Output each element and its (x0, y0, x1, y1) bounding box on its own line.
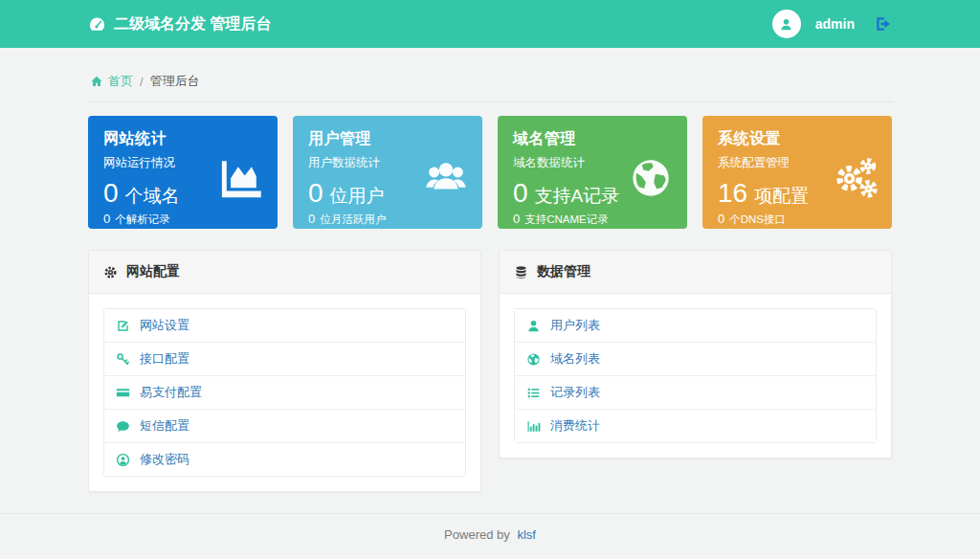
list-item-epay-config[interactable]: 易支付配置 (104, 375, 465, 409)
bar-chart-icon (526, 419, 541, 434)
panel-body: 用户列表域名列表记录列表消费统计 (500, 294, 891, 458)
breadcrumb: 首页 / 管理后台 (88, 48, 892, 102)
panel-heading: 数据管理 (500, 251, 891, 294)
data-management-panel: 数据管理用户列表域名列表记录列表消费统计 (499, 250, 892, 458)
username-label[interactable]: admin (815, 16, 855, 32)
stat-value-number: 0 (308, 180, 323, 207)
stat-card-footnote: 0个DNS接口 (718, 212, 877, 227)
navbar-right: admin (772, 10, 892, 38)
stat-foot-number: 0 (513, 212, 520, 226)
app-title: 二级域名分发 管理后台 (114, 14, 271, 34)
stat-value-number: 0 (103, 180, 119, 207)
comment-icon (116, 419, 130, 434)
link-list: 用户列表域名列表记录列表消费统计 (514, 308, 877, 443)
globe-icon (526, 352, 541, 367)
list-item-label: 用户列表 (550, 317, 600, 334)
list-item-site-settings[interactable]: 网站设置 (104, 309, 465, 342)
gear-icon (103, 265, 118, 280)
list-item-label: 短信配置 (140, 417, 189, 435)
site-config-panel: 网站配置网站设置接口配置易支付配置短信配置修改密码 (88, 250, 481, 492)
stat-foot-number: 0 (103, 212, 110, 226)
sign-out-icon[interactable] (875, 15, 892, 33)
panel-heading: 网站配置 (89, 251, 480, 294)
stat-value-number: 0 (513, 180, 528, 207)
stat-value-number: 16 (718, 180, 747, 207)
area-chart-icon (219, 156, 263, 200)
list-item-label: 接口配置 (140, 350, 189, 368)
edit-icon (116, 319, 130, 333)
list-item-change-password[interactable]: 修改密码 (104, 442, 465, 476)
stat-card-title: 系统设置 (718, 129, 877, 149)
globe-icon (629, 156, 673, 200)
key-icon (116, 352, 130, 367)
list-item-user-list[interactable]: 用户列表 (515, 309, 876, 342)
page-footer: Powered by klsf (0, 513, 980, 554)
breadcrumb-current: 管理后台 (150, 73, 200, 90)
list-item-label: 域名列表 (550, 350, 600, 368)
list-item-sms-config[interactable]: 短信配置 (104, 409, 465, 442)
list-item-label: 网站设置 (140, 317, 189, 334)
database-icon (514, 265, 528, 280)
home-icon (90, 75, 103, 88)
user-icon (779, 17, 793, 32)
stat-card-footnote: 0支持CNAME记录 (513, 212, 672, 227)
stat-foot-label: 个解析记录 (115, 212, 170, 227)
breadcrumb-separator: / (140, 75, 144, 89)
top-navbar: 二级域名分发 管理后台 admin (0, 0, 980, 48)
list-item-domain-list[interactable]: 域名列表 (515, 342, 876, 375)
user-icon (526, 319, 541, 333)
list-item-label: 记录列表 (550, 384, 600, 401)
site-stats-card[interactable]: 网站统计网站运行情况0个域名0个解析记录 (88, 116, 278, 229)
list-item-label: 修改密码 (140, 451, 189, 468)
list-icon (526, 386, 541, 400)
avatar[interactable] (772, 10, 801, 38)
breadcrumb-home-label: 首页 (108, 73, 133, 90)
stat-card-footnote: 0位月活跃用户 (308, 212, 467, 227)
stat-value-unit: 项配置 (754, 187, 809, 205)
stat-foot-label: 位月活跃用户 (320, 212, 386, 227)
stat-foot-label: 个DNS接口 (729, 212, 786, 227)
footer-credit-link[interactable]: klsf (517, 527, 536, 542)
link-list: 网站设置接口配置易支付配置短信配置修改密码 (103, 308, 466, 477)
brand-link[interactable]: 二级域名分发 管理后台 (88, 14, 271, 34)
stat-foot-number: 0 (308, 212, 315, 226)
list-item-record-list[interactable]: 记录列表 (515, 375, 876, 409)
list-item-api-config[interactable]: 接口配置 (104, 342, 465, 375)
panel-title: 数据管理 (537, 263, 590, 280)
user-circle-icon (116, 453, 130, 467)
panel-title: 网站配置 (126, 263, 180, 280)
stat-foot-number: 0 (718, 212, 724, 226)
stat-card-title: 网站统计 (103, 129, 262, 149)
stat-cards-row: 网站统计网站运行情况0个域名0个解析记录用户管理用户数据统计0位用户0位月活跃用… (88, 116, 892, 229)
panel-body: 网站设置接口配置易支付配置短信配置修改密码 (89, 294, 480, 491)
stat-card-title: 域名管理 (513, 129, 672, 149)
stat-card-title: 用户管理 (308, 129, 467, 149)
credit-card-icon (116, 386, 130, 400)
stat-value-unit: 位用户 (330, 187, 385, 205)
list-item-consumption-stats[interactable]: 消费统计 (515, 409, 876, 442)
stat-value-unit: 个域名 (125, 187, 180, 205)
list-item-label: 易支付配置 (140, 384, 202, 401)
stat-value-unit: 支持A记录 (535, 187, 620, 205)
domain-management-card[interactable]: 域名管理域名数据统计0支持A记录0支持CNAME记录 (498, 116, 687, 229)
users-icon (424, 156, 468, 200)
system-settings-card[interactable]: 系统设置系统配置管理16项配置0个DNS接口 (702, 116, 892, 229)
breadcrumb-home-link[interactable]: 首页 (90, 73, 133, 90)
stat-foot-label: 支持CNAME记录 (524, 212, 609, 227)
user-management-card[interactable]: 用户管理用户数据统计0位用户0位月活跃用户 (293, 116, 482, 229)
cogs-icon (834, 156, 878, 200)
footer-text: Powered by (444, 527, 510, 542)
list-item-label: 消费统计 (550, 417, 600, 435)
tachometer-icon (88, 15, 106, 34)
stat-card-footnote: 0个解析记录 (103, 212, 262, 227)
panels-row: 网站配置网站设置接口配置易支付配置短信配置修改密码数据管理用户列表域名列表记录列… (88, 250, 892, 492)
